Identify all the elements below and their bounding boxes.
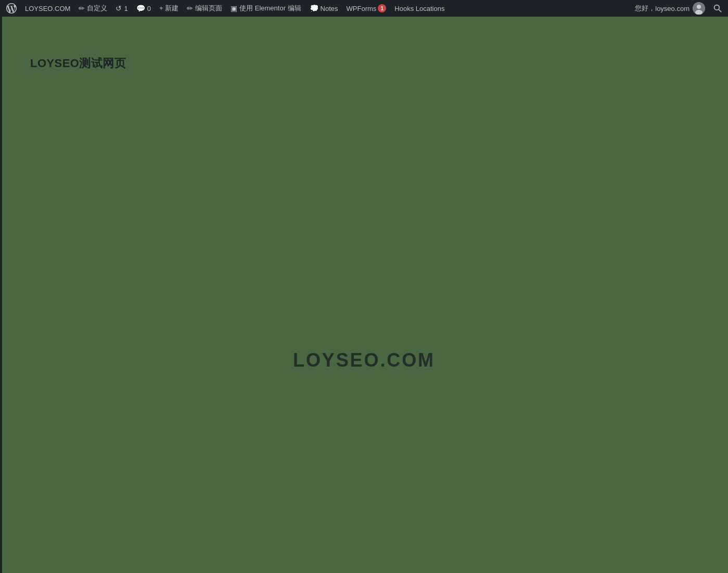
site-watermark: LOYSEO.COM: [293, 349, 435, 371]
wpforms-button[interactable]: WPForms 1: [342, 0, 391, 17]
svg-line-4: [719, 9, 721, 12]
adminbar-right: 您好， loyseo.com: [631, 0, 726, 17]
admin-bar: LOYSEO.COM ✏ 自定义 ↺ 1 💬 0 + 新建 ✏ 编辑页面 ▣ 使…: [0, 0, 728, 17]
page-content: LOYSEO测试网页 LOYSEO.COM: [0, 17, 728, 573]
elementor-button[interactable]: ▣ 使用 Elementor 编辑: [226, 0, 305, 17]
edit-icon: ✏: [187, 4, 193, 12]
customize-label: 自定义: [87, 4, 107, 13]
notes-icon: 💭: [310, 4, 318, 12]
edit-page-button[interactable]: ✏ 编辑页面: [183, 0, 226, 17]
new-button[interactable]: + 新建: [155, 0, 183, 17]
customize-icon: ✏: [79, 4, 85, 12]
user-greeting[interactable]: 您好， loyseo.com: [631, 0, 709, 17]
left-border: [0, 17, 2, 573]
hooks-button[interactable]: Hooks Locations: [390, 0, 449, 17]
updates-count: 1: [124, 5, 127, 12]
new-label: + 新建: [159, 4, 178, 13]
elementor-label: 使用 Elementor 编辑: [239, 4, 301, 13]
notes-button[interactable]: 💭 Notes: [305, 0, 342, 17]
hooks-label: Hooks Locations: [394, 5, 444, 12]
page-title: LOYSEO测试网页: [30, 56, 126, 71]
avatar: [693, 2, 705, 15]
notes-label: Notes: [321, 5, 338, 12]
customize-button[interactable]: ✏ 自定义: [74, 0, 111, 17]
edit-page-label: 编辑页面: [195, 4, 222, 13]
updates-icon: ↺: [116, 4, 122, 12]
greeting-text: 您好，: [635, 4, 655, 13]
comments-count: 0: [147, 5, 151, 12]
svg-point-1: [697, 5, 701, 9]
site-name-button[interactable]: LOYSEO.COM: [21, 0, 74, 17]
wpforms-badge: 1: [378, 4, 386, 12]
username-text: loyseo.com: [655, 5, 689, 12]
svg-point-3: [714, 5, 720, 10]
wp-logo-button[interactable]: [2, 0, 21, 17]
search-button[interactable]: [709, 4, 726, 12]
comments-icon: 💬: [136, 4, 145, 12]
elementor-icon: ▣: [231, 4, 237, 12]
wpforms-label: WPForms: [347, 5, 377, 12]
site-name-label: LOYSEO.COM: [25, 5, 70, 12]
updates-button[interactable]: ↺ 1: [111, 0, 132, 17]
comments-button[interactable]: 💬 0: [132, 0, 155, 17]
